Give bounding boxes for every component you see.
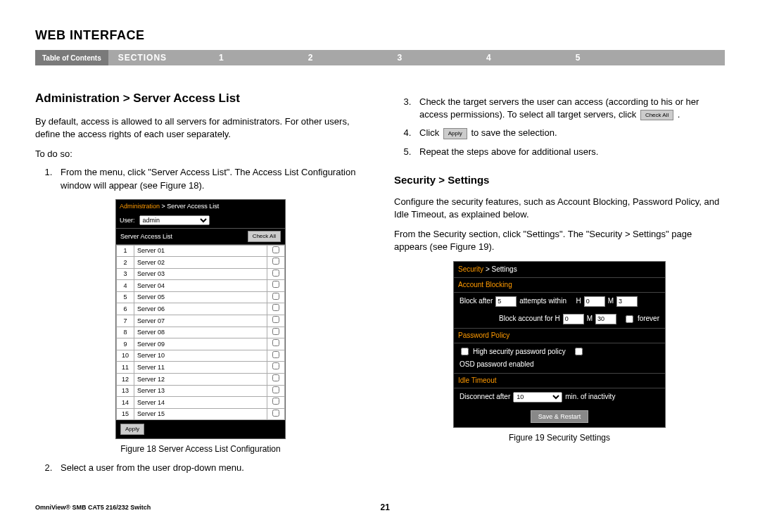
server-checkbox[interactable]: [272, 258, 279, 265]
server-checkbox[interactable]: [272, 339, 279, 346]
idle-timeout-header: Idle Timeout: [454, 373, 665, 388]
breadcrumb-highlight: Administration: [120, 203, 160, 210]
security-p1: Configure the security features, such as…: [394, 196, 725, 221]
breadcrumb-highlight: Security: [458, 265, 483, 273]
table-row: 2Server 02: [117, 257, 285, 269]
step-3-text-b: .: [675, 109, 680, 120]
server-checkbox[interactable]: [272, 281, 279, 288]
table-row: 12Server 12: [117, 374, 285, 386]
server-checkbox[interactable]: [272, 398, 279, 405]
table-row: 7Server 07: [117, 315, 285, 327]
server-checkbox[interactable]: [272, 316, 279, 323]
server-name: Server 03: [134, 268, 267, 280]
row-number: 15: [117, 408, 134, 420]
row-number: 5: [117, 291, 134, 303]
nav-section-2[interactable]: 2: [266, 53, 355, 63]
row-number: 10: [117, 350, 134, 362]
block-after-row: Block after attempts within H M: [454, 293, 665, 310]
nav-section-5[interactable]: 5: [533, 53, 623, 63]
step-5: Repeat the steps above for additional us…: [414, 146, 725, 158]
row-number: 6: [117, 303, 134, 315]
check-all-button[interactable]: Check All: [248, 231, 281, 241]
high-security-label: High security password policy: [473, 347, 566, 357]
nav-section-3[interactable]: 3: [355, 53, 444, 63]
save-restart-button[interactable]: Save & Restart: [531, 410, 589, 424]
disconnect-row: Disconnect after 10 min. of inactivity: [454, 388, 665, 406]
user-label: User:: [120, 216, 135, 225]
user-select[interactable]: admin: [139, 215, 210, 225]
step-3: Check the target servers the user can ac…: [414, 96, 725, 121]
page-title: WEB INTERFACE: [35, 28, 725, 43]
breadcrumb-rest: > Server Access List: [160, 203, 219, 210]
server-checkbox[interactable]: [272, 246, 279, 253]
table-row: 14Server 14: [117, 397, 285, 409]
server-checkbox[interactable]: [272, 270, 279, 277]
row-number: 7: [117, 315, 134, 327]
nav-sections-label: SECTIONS: [108, 53, 177, 63]
server-name: Server 08: [134, 327, 267, 338]
section-nav: Table of Contents SECTIONS 1 2 3 4 5: [35, 50, 725, 65]
disconnect-label: Disconnect after: [460, 392, 510, 402]
step-1: From the menu, click "Server Access List…: [55, 166, 366, 191]
figure-18-caption: Figure 18 Server Access List Configurati…: [35, 443, 366, 455]
table-row: 8Server 08: [117, 327, 285, 338]
inline-check-all-button[interactable]: Check All: [640, 110, 673, 120]
server-name: Server 11: [134, 362, 267, 374]
server-checkbox[interactable]: [272, 386, 279, 393]
nav-toc[interactable]: Table of Contents: [35, 50, 108, 65]
account-blocking-header: Account Blocking: [454, 277, 665, 293]
table-row: 6Server 06: [117, 303, 285, 315]
server-checkbox[interactable]: [272, 328, 279, 335]
password-policy-row: High security password policy OSD passwo…: [454, 343, 665, 373]
table-row: 5Server 05: [117, 291, 285, 303]
server-checkbox[interactable]: [272, 410, 279, 417]
server-table: 1Server 012Server 023Server 034Server 04…: [116, 245, 285, 421]
osd-password-label: OSD password enabled: [460, 360, 534, 369]
apply-button[interactable]: Apply: [120, 424, 144, 434]
table-row: 13Server 13: [117, 385, 285, 397]
server-name: Server 10: [134, 350, 267, 362]
server-checkbox[interactable]: [272, 362, 279, 369]
osd-password-checkbox[interactable]: [575, 348, 583, 355]
high-security-checkbox[interactable]: [461, 348, 469, 355]
timeout-select[interactable]: 10: [513, 392, 562, 403]
breadcrumb-rest: > Settings: [483, 265, 517, 273]
row-number: 11: [117, 362, 134, 374]
table-row: 10Server 10: [117, 350, 285, 362]
fig18-breadcrumb: Administration > Server Access List: [116, 200, 285, 213]
page-footer: OmniView® SMB CAT5 216/232 Switch 21: [35, 502, 725, 512]
forever-checkbox[interactable]: [626, 315, 633, 323]
server-name: Server 13: [134, 385, 267, 397]
row-number: 9: [117, 338, 134, 350]
server-checkbox[interactable]: [272, 304, 279, 311]
minutes-input[interactable]: [616, 296, 638, 307]
block-account-row: Block account for H M forever: [454, 310, 665, 328]
nav-section-1[interactable]: 1: [177, 53, 266, 63]
password-policy-header: Password Policy: [454, 328, 665, 343]
figure-18: Administration > Server Access List User…: [115, 199, 286, 439]
attempts-input[interactable]: [495, 296, 517, 307]
block-hours-input[interactable]: [563, 314, 584, 324]
row-number: 3: [117, 268, 134, 280]
attempts-within-label: attempts within: [519, 296, 566, 306]
server-checkbox[interactable]: [272, 293, 279, 300]
inline-apply-button[interactable]: Apply: [443, 128, 467, 139]
hours-input[interactable]: [584, 296, 605, 307]
server-name: Server 01: [134, 245, 267, 257]
nav-section-4[interactable]: 4: [444, 53, 533, 63]
server-name: Server 14: [134, 397, 267, 409]
h-label: H: [576, 296, 581, 306]
table-row: 15Server 15: [117, 408, 285, 420]
inactivity-label: min. of inactivity: [565, 392, 615, 402]
block-account-label: Block account for H: [499, 314, 560, 324]
section-heading-security: Security > Settings: [394, 172, 725, 187]
right-column: Check the target servers the user can ac…: [394, 90, 725, 481]
server-checkbox[interactable]: [272, 374, 279, 381]
todo-label: To do so:: [35, 148, 366, 160]
block-after-label: Block after: [460, 296, 493, 306]
block-minutes-input[interactable]: [595, 314, 616, 324]
product-name: OmniView® SMB CAT5 216/232 Switch: [35, 504, 151, 511]
server-name: Server 12: [134, 374, 267, 386]
row-number: 13: [117, 385, 134, 397]
server-checkbox[interactable]: [272, 351, 279, 358]
